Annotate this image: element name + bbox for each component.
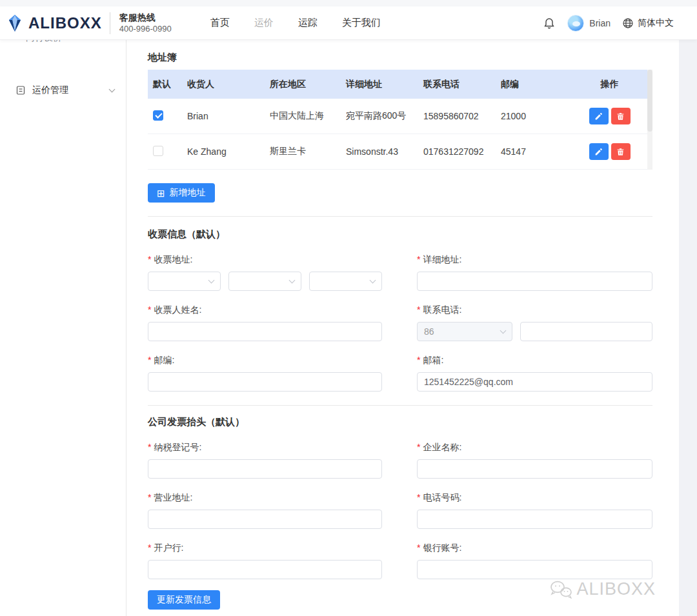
receipt-region-select-province[interactable] [148, 272, 221, 291]
col-actions: 操作 [567, 79, 647, 90]
region-cell: 中国大陆上海 [265, 110, 341, 122]
sidebar-item-label: 运价管理 [32, 84, 110, 96]
sidebar: 同行设价 运价管理 [0, 40, 126, 616]
consignee-cell: Brian [182, 111, 265, 121]
nav-about-us[interactable]: 关于我们 [342, 17, 381, 29]
receipt-postcode-input[interactable] [148, 372, 382, 392]
pencil-icon [594, 112, 603, 121]
main-nav: 首页 运价 运踪 关于我们 [210, 17, 381, 29]
phone-cell: 017631227092 [418, 146, 496, 157]
table-scrollbar-thumb[interactable] [647, 70, 652, 132]
globe-icon [622, 17, 634, 29]
header-right: Brian 简体中文 [543, 15, 674, 32]
col-default: 默认 [148, 79, 182, 90]
page-right-gutter [679, 40, 697, 616]
chevron-down-icon [289, 277, 296, 284]
watermark-text: ALIBOXX [576, 579, 656, 599]
phone-cell: 15895860702 [418, 111, 496, 121]
receipt-phone-input[interactable] [520, 322, 652, 341]
hotline-label: 客服热线 [119, 12, 172, 23]
receipt-region-select-city[interactable] [228, 272, 301, 291]
bank-account-label: *银行账号: [417, 542, 652, 554]
sidebar-item-rate-management[interactable]: 运价管理 [0, 77, 126, 103]
section-divider [148, 405, 652, 406]
receipt-postcode-label: *邮编: [148, 355, 382, 366]
postcode-cell: 21000 [496, 111, 567, 121]
pencil-icon [594, 148, 603, 156]
receipt-detail-address-label: *详细地址: [417, 254, 652, 266]
language-label: 简体中文 [638, 17, 674, 29]
language-switcher[interactable]: 简体中文 [622, 17, 674, 29]
receipt-email-input[interactable] [417, 372, 652, 392]
postcode-cell: 45147 [496, 146, 567, 157]
company-invoice-form: *纳税登记号: *企业名称: *营业地址: *电话号码: *开户行: [148, 428, 652, 579]
col-phone: 联系电话 [418, 79, 496, 90]
delete-address-button[interactable] [611, 143, 631, 160]
default-checkbox[interactable] [153, 110, 163, 121]
tax-id-input[interactable] [148, 459, 382, 479]
chevron-down-icon [208, 277, 215, 284]
notification-bell-icon[interactable] [543, 17, 556, 30]
chevron-down-icon [109, 86, 116, 93]
nav-tracking[interactable]: 运踪 [298, 17, 318, 29]
bank-label: *开户行: [148, 542, 382, 554]
col-consignee: 收货人 [182, 79, 265, 90]
logo-gem-icon [5, 14, 25, 33]
user-name: Brian [589, 18, 611, 28]
receipt-email-label: *邮箱: [417, 355, 652, 366]
update-invoice-button[interactable]: 更新发票信息 [148, 590, 220, 610]
edit-address-button[interactable] [589, 108, 609, 124]
company-name-input[interactable] [417, 459, 652, 479]
plus-square-icon: ⊞ [157, 188, 165, 198]
receipt-name-label: *收票人姓名: [148, 304, 382, 316]
nav-freight-rate[interactable]: 运价 [254, 17, 274, 29]
logo-text: ALIBOXX [28, 14, 102, 32]
address-cell: Simsonstr.43 [341, 146, 418, 157]
default-checkbox[interactable] [153, 146, 163, 156]
wechat-icon [549, 580, 572, 599]
document-icon [15, 85, 26, 95]
address-book-title: 地址簿 [148, 52, 652, 64]
section-divider [148, 216, 652, 217]
trash-icon [616, 112, 625, 121]
table-row: Brian 中国大陆上海 宛平南路600号 15895860702 21000 [148, 99, 647, 134]
delete-address-button[interactable] [611, 108, 631, 124]
business-address-input[interactable] [148, 510, 382, 529]
address-cell: 宛平南路600号 [341, 110, 418, 122]
receipt-phone-label: *联系电话: [417, 304, 652, 316]
bank-input[interactable] [148, 560, 382, 579]
table-row: Ke Zhang 斯里兰卡 Simsonstr.43 017631227092 … [148, 134, 647, 170]
chevron-down-icon [370, 277, 376, 284]
receipt-name-input[interactable] [148, 322, 382, 341]
user-menu[interactable]: Brian [567, 15, 611, 32]
receipt-address-label: *收票地址: [148, 254, 382, 266]
col-region: 所在地区 [265, 79, 341, 90]
company-name-label: *企业名称: [417, 442, 652, 453]
header-divider [110, 12, 110, 34]
col-postcode: 邮编 [496, 79, 567, 90]
receipt-region-select-district[interactable] [309, 272, 382, 291]
table-scrollbar[interactable] [647, 70, 652, 170]
phone-number-input[interactable] [417, 510, 652, 529]
phone-number-label: *电话号码: [417, 492, 652, 504]
phone-country-code-select[interactable]: 86 [417, 322, 512, 341]
table-header-row: 默认 收货人 所在地区 详细地址 联系电话 邮编 操作 [148, 70, 647, 99]
consignee-cell: Ke Zhang [182, 146, 265, 157]
bank-account-input[interactable] [417, 560, 652, 579]
business-address-label: *营业地址: [148, 492, 382, 504]
col-address: 详细地址 [341, 79, 418, 90]
nav-home[interactable]: 首页 [210, 17, 230, 29]
receipt-detail-address-input[interactable] [417, 272, 652, 291]
chevron-down-icon [500, 328, 507, 334]
hotline: 客服热线 400-996-0990 [119, 12, 172, 34]
hotline-number: 400-996-0990 [119, 23, 172, 34]
sidebar-item-clipped[interactable]: 同行设价 [0, 40, 126, 46]
edit-address-button[interactable] [589, 143, 609, 160]
logo[interactable]: ALIBOXX [5, 14, 102, 33]
add-address-button[interactable]: ⊞ 新增地址 [148, 183, 215, 203]
trash-icon [616, 148, 625, 156]
company-invoice-title: 公司发票抬头（默认） [148, 416, 652, 428]
main-content: 地址簿 默认 收货人 所在地区 详细地址 联系电话 邮编 操作 Brian 中国… [126, 40, 679, 616]
address-table: 默认 收货人 所在地区 详细地址 联系电话 邮编 操作 Brian 中国大陆上海… [148, 70, 652, 170]
tax-id-label: *纳税登记号: [148, 442, 382, 453]
